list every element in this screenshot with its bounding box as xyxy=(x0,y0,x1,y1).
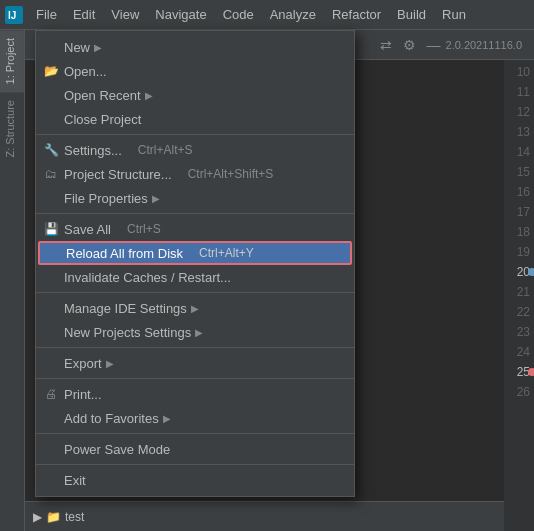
wrench-icon: 🔧 xyxy=(42,141,60,159)
menu-item-print[interactable]: 🖨 Print... xyxy=(36,382,354,406)
project-structure-icon: 🗂 xyxy=(42,165,60,183)
separator-3 xyxy=(36,292,354,293)
menu-item-close-project-label: Close Project xyxy=(64,112,141,127)
print-icon: 🖨 xyxy=(42,385,60,403)
menu-item-save-all[interactable]: 💾 Save All Ctrl+S xyxy=(36,217,354,241)
menu-item-power-save[interactable]: Power Save Mode xyxy=(36,437,354,461)
menu-item-open-recent[interactable]: Open Recent ▶ xyxy=(36,83,354,107)
save-all-shortcut: Ctrl+S xyxy=(127,222,161,236)
menu-item-settings[interactable]: 🔧 Settings... Ctrl+Alt+S xyxy=(36,138,354,162)
menu-item-manage-ide[interactable]: Manage IDE Settings ▶ xyxy=(36,296,354,320)
save-icon: 💾 xyxy=(42,220,60,238)
submenu-arrow-open-recent: ▶ xyxy=(145,90,153,101)
reload-shortcut: Ctrl+Alt+Y xyxy=(199,246,254,260)
menu-item-new-projects-settings-label: New Projects Settings xyxy=(64,325,191,340)
submenu-arrow-favorites: ▶ xyxy=(163,413,171,424)
menu-item-manage-ide-label: Manage IDE Settings xyxy=(64,301,187,316)
menu-item-exit-label: Exit xyxy=(64,473,86,488)
menu-item-invalidate-caches[interactable]: Invalidate Caches / Restart... xyxy=(36,265,354,289)
dropdown-overlay[interactable]: New ▶ 📂 Open... Open Recent ▶ Close Proj… xyxy=(0,0,534,531)
submenu-arrow-export: ▶ xyxy=(106,358,114,369)
separator-1 xyxy=(36,134,354,135)
separator-4 xyxy=(36,347,354,348)
menu-item-file-properties[interactable]: File Properties ▶ xyxy=(36,186,354,210)
submenu-arrow-new-projects-settings: ▶ xyxy=(195,327,203,338)
submenu-arrow-manage-ide: ▶ xyxy=(191,303,199,314)
menu-item-print-label: Print... xyxy=(64,387,102,402)
menu-item-open[interactable]: 📂 Open... xyxy=(36,59,354,83)
menu-item-file-properties-label: File Properties xyxy=(64,191,148,206)
menu-item-export-label: Export xyxy=(64,356,102,371)
menu-item-new[interactable]: New ▶ xyxy=(36,35,354,59)
menu-item-open-label: Open... xyxy=(64,64,107,79)
menu-item-exit[interactable]: Exit xyxy=(36,468,354,492)
menu-item-close-project[interactable]: Close Project xyxy=(36,107,354,131)
menu-item-project-structure-label: Project Structure... xyxy=(64,167,172,182)
menu-item-add-to-favorites-label: Add to Favorites xyxy=(64,411,159,426)
menu-item-invalidate-caches-label: Invalidate Caches / Restart... xyxy=(64,270,231,285)
menu-item-save-all-label: Save All xyxy=(64,222,111,237)
menu-item-open-recent-label: Open Recent xyxy=(64,88,141,103)
separator-5 xyxy=(36,378,354,379)
menu-item-new-label: New xyxy=(64,40,90,55)
settings-shortcut: Ctrl+Alt+S xyxy=(138,143,193,157)
menu-item-reload[interactable]: Reload All from Disk Ctrl+Alt+Y xyxy=(38,241,352,265)
menu-item-export[interactable]: Export ▶ xyxy=(36,351,354,375)
menu-item-add-to-favorites[interactable]: Add to Favorites ▶ xyxy=(36,406,354,430)
file-menu: New ▶ 📂 Open... Open Recent ▶ Close Proj… xyxy=(35,30,355,497)
separator-2 xyxy=(36,213,354,214)
menu-item-settings-label: Settings... xyxy=(64,143,122,158)
separator-7 xyxy=(36,464,354,465)
submenu-arrow-file-properties: ▶ xyxy=(152,193,160,204)
folder-open-icon: 📂 xyxy=(42,62,60,80)
menu-item-new-projects-settings[interactable]: New Projects Settings ▶ xyxy=(36,320,354,344)
menu-item-project-structure[interactable]: 🗂 Project Structure... Ctrl+Alt+Shift+S xyxy=(36,162,354,186)
submenu-arrow-new: ▶ xyxy=(94,42,102,53)
project-structure-shortcut: Ctrl+Alt+Shift+S xyxy=(188,167,274,181)
menu-item-power-save-label: Power Save Mode xyxy=(64,442,170,457)
separator-6 xyxy=(36,433,354,434)
menu-item-reload-label: Reload All from Disk xyxy=(66,246,183,261)
